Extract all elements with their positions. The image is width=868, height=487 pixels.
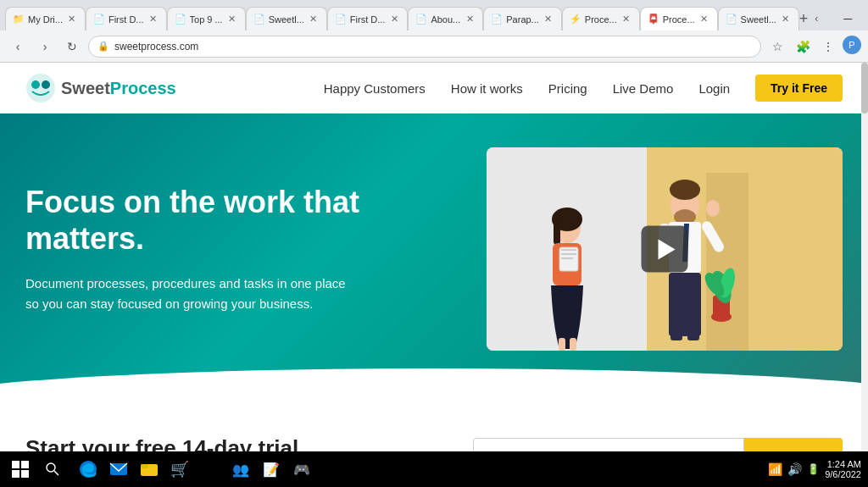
taskbar-word-icon[interactable]: 📝 <box>258 456 285 483</box>
play-icon <box>658 239 675 259</box>
nav-live-demo[interactable]: Live Demo <box>613 81 674 96</box>
tab-favicon-2: 📄 <box>93 14 105 25</box>
tab-close-7[interactable]: ✕ <box>542 14 554 25</box>
browser-menu-icon[interactable]: ⋮ <box>817 36 839 58</box>
svg-rect-8 <box>561 249 576 251</box>
tab-close-9[interactable]: ✕ <box>698 14 710 25</box>
tab-favicon-4: 📄 <box>253 14 265 25</box>
browser-tab-1[interactable]: 📁 My Dri... ✕ <box>5 7 86 30</box>
tab-favicon-6: 📄 <box>415 14 427 25</box>
tab-title-4: Sweetl... <box>269 14 304 25</box>
svg-point-20 <box>706 200 720 217</box>
nav-login[interactable]: Login <box>698 81 730 96</box>
tab-close-2[interactable]: ✕ <box>147 14 159 25</box>
nav-pricing[interactable]: Pricing <box>548 81 587 96</box>
tab-title-8: Proce... <box>585 14 617 25</box>
hero-title: Focus on the work that matters. <box>25 184 461 257</box>
browser-chrome: 📁 My Dri... ✕ 📄 First D... ✕ 📄 Top 9 ...… <box>0 0 868 63</box>
taskbar-file-explorer-icon[interactable] <box>136 456 163 483</box>
tab-close-8[interactable]: ✕ <box>620 14 632 25</box>
svg-point-0 <box>26 74 55 102</box>
browser-tab-5[interactable]: 📄 First D... ✕ <box>327 7 409 30</box>
woman-figure <box>529 198 605 351</box>
hero-text: Focus on the work that matters. Document… <box>25 184 461 314</box>
video-left-panel <box>487 147 647 351</box>
svg-point-16 <box>670 180 700 200</box>
tab-favicon-5: 📄 <box>335 14 347 25</box>
taskbar: 🛒 🏔 👥 📝 🎮 📶 🔊 🔋 1:24 AM 9/6/2022 <box>0 451 868 487</box>
svg-rect-9 <box>561 253 576 255</box>
taskbar-game-icon[interactable]: 🎮 <box>288 456 315 483</box>
browser-tab-8[interactable]: ⚡ Proce... ✕ <box>562 7 640 30</box>
toolbar-actions: ☆ 🧩 ⋮ P <box>766 36 861 58</box>
hero-wave <box>0 376 868 401</box>
taskbar-email-icon[interactable] <box>105 456 132 483</box>
svg-line-31 <box>54 471 58 475</box>
network-icon[interactable]: 📶 <box>768 462 782 476</box>
profile-avatar[interactable]: P <box>843 36 861 54</box>
tab-title-9: Proce... <box>663 14 695 25</box>
extensions-icon[interactable]: 🧩 <box>792 36 814 58</box>
nav-links: Happy Customers How it works Pricing Liv… <box>324 75 843 102</box>
tab-favicon-9: 📮 <box>648 14 659 25</box>
battery-icon[interactable]: 🔋 <box>807 463 820 475</box>
tab-title-5: First D... <box>350 14 386 25</box>
nav-happy-customers[interactable]: Happy Customers <box>324 81 426 96</box>
browser-tab-2[interactable]: 📄 First D... ✕ <box>86 7 167 30</box>
site-nav: SweetProcess Happy Customers How it work… <box>0 63 868 113</box>
tab-title-3: Top 9 ... <box>190 14 223 25</box>
hero-section: Focus on the work that matters. Document… <box>0 113 868 401</box>
taskbar-pinned-icons: 🛒 🏔 👥 📝 🎮 <box>75 456 315 483</box>
browser-tab-7[interactable]: 📄 Parap... ✕ <box>483 7 562 30</box>
tab-title-6: Abou... <box>431 14 460 25</box>
minimize-button[interactable]: ─ <box>828 7 867 30</box>
svg-rect-5 <box>554 219 560 245</box>
taskbar-ms-store-icon[interactable]: 🛒 <box>166 456 193 483</box>
svg-rect-10 <box>561 257 573 259</box>
address-bar[interactable]: 🔒 sweetprocess.com <box>88 36 761 58</box>
nav-how-it-works[interactable]: How it works <box>451 81 523 96</box>
tab-scroll-left[interactable]: ‹ <box>808 10 825 27</box>
browser-tab-10[interactable]: 📄 Sweetl... ✕ <box>718 7 799 30</box>
tab-close-6[interactable]: ✕ <box>464 14 476 25</box>
tab-close-1[interactable]: ✕ <box>66 14 78 25</box>
tab-title-7: Parap... <box>506 14 539 25</box>
browser-tab-6[interactable]: 📄 Abou... ✕ <box>408 7 483 30</box>
hero-video[interactable] <box>487 147 843 351</box>
tab-close-10[interactable]: ✕ <box>780 14 792 25</box>
svg-point-30 <box>47 463 55 472</box>
browser-tab-3[interactable]: 📄 Top 9 ... ✕ <box>167 7 246 30</box>
address-text: sweetprocess.com <box>114 41 198 53</box>
taskbar-search-button[interactable] <box>39 456 66 483</box>
taskbar-time-display: 1:24 AM <box>827 459 861 469</box>
svg-rect-24 <box>687 319 699 340</box>
tab-bar: 📁 My Dri... ✕ 📄 First D... ✕ 📄 Top 9 ...… <box>0 0 868 30</box>
browser-tab-4[interactable]: 📄 Sweetl... ✕ <box>246 7 327 30</box>
forward-button[interactable]: › <box>34 36 56 58</box>
video-play-button[interactable] <box>642 226 688 273</box>
bookmark-star-icon[interactable]: ☆ <box>766 36 788 58</box>
browser-tab-9[interactable]: 📮 Proce... ✕ <box>640 7 718 30</box>
speaker-icon[interactable]: 🔊 <box>787 462 802 476</box>
back-button[interactable]: ‹ <box>7 36 29 58</box>
taskbar-photos-icon[interactable]: 🏔 <box>197 456 224 483</box>
scrollbar-thumb[interactable] <box>861 63 868 113</box>
svg-point-1 <box>31 80 40 89</box>
browser-toolbar: ‹ › ↻ 🔒 sweetprocess.com ☆ 🧩 ⋮ P <box>0 30 868 63</box>
tab-favicon-10: 📄 <box>726 14 737 25</box>
new-tab-button[interactable]: + <box>799 7 809 30</box>
taskbar-teams-icon[interactable]: 👥 <box>227 456 254 483</box>
tab-close-3[interactable]: ✕ <box>226 14 238 25</box>
lock-icon: 🔒 <box>97 41 109 52</box>
tab-favicon-8: ⚡ <box>570 14 581 25</box>
logo-link[interactable]: SweetProcess <box>25 73 176 103</box>
windows-start-button[interactable] <box>7 456 34 483</box>
tab-title-2: First D... <box>108 14 144 25</box>
reload-button[interactable]: ↻ <box>61 36 83 58</box>
scrollbar-track[interactable] <box>861 63 868 451</box>
tab-close-5[interactable]: ✕ <box>388 14 400 25</box>
taskbar-clock[interactable]: 1:24 AM 9/6/2022 <box>825 459 861 479</box>
try-free-nav-button[interactable]: Try it Free <box>755 75 843 102</box>
taskbar-edge-icon[interactable] <box>75 456 102 483</box>
tab-close-4[interactable]: ✕ <box>308 14 320 25</box>
